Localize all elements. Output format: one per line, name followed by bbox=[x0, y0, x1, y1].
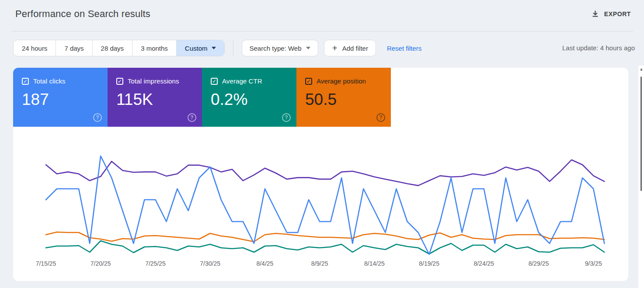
x-axis-label: 9/3/25 bbox=[585, 260, 602, 267]
metric-value: 0.2% bbox=[202, 90, 296, 109]
filter-bar: 24 hours 7 days 28 days 3 months Custom … bbox=[13, 40, 421, 56]
range-label: Custom bbox=[185, 45, 208, 52]
range-label: 3 months bbox=[141, 45, 168, 52]
plus-icon: + bbox=[332, 43, 337, 52]
range-custom[interactable]: Custom bbox=[176, 40, 224, 56]
filter-divider bbox=[233, 40, 233, 56]
metric-label: Total impressions bbox=[128, 77, 179, 85]
search-type-dropdown[interactable]: Search type: Web bbox=[242, 40, 319, 56]
range-label: 7 days bbox=[64, 45, 84, 52]
export-label: EXPORT bbox=[604, 10, 631, 17]
x-axis-label: 8/4/25 bbox=[256, 260, 273, 267]
reset-filters-link[interactable]: Reset filters bbox=[387, 45, 421, 52]
help-icon[interactable]: ? bbox=[188, 113, 196, 122]
range-3-months[interactable]: 3 months bbox=[132, 40, 176, 56]
x-axis-label: 8/9/25 bbox=[311, 260, 328, 267]
x-axis-label: 8/24/25 bbox=[473, 260, 494, 267]
help-icon[interactable]: ? bbox=[376, 113, 385, 122]
metric-label: Average CTR bbox=[222, 77, 262, 85]
metric-value: 50.5 bbox=[296, 90, 391, 109]
chevron-down-icon bbox=[306, 47, 310, 49]
series-line-clicks bbox=[46, 156, 604, 254]
metric-card-average-position[interactable]: ✓ Average position 50.5 ? bbox=[296, 68, 391, 127]
metric-value: 115K bbox=[108, 90, 202, 109]
download-icon bbox=[591, 10, 599, 18]
metric-head: ✓ Total clicks bbox=[13, 68, 108, 85]
checkbox-checked-icon[interactable]: ✓ bbox=[116, 78, 123, 85]
range-label: 24 hours bbox=[22, 45, 47, 52]
range-label: 28 days bbox=[101, 45, 124, 52]
metric-head: ✓ Total impressions bbox=[108, 68, 202, 85]
scrollbar-thumb[interactable] bbox=[641, 76, 642, 191]
header-divider bbox=[12, 31, 633, 31]
series-line-ctr bbox=[46, 241, 604, 254]
series-line-impressions bbox=[46, 160, 604, 186]
performance-line-chart[interactable]: 7/15/257/20/257/25/257/30/258/4/258/9/25… bbox=[13, 127, 628, 281]
x-axis-label: 7/30/25 bbox=[200, 260, 220, 267]
metric-card-average-ctr[interactable]: ✓ Average CTR 0.2% ? bbox=[202, 68, 296, 127]
metric-label: Total clicks bbox=[33, 77, 66, 85]
range-28-days[interactable]: 28 days bbox=[92, 40, 132, 56]
help-icon[interactable]: ? bbox=[93, 113, 102, 122]
add-filter-button[interactable]: + Add filter bbox=[324, 40, 376, 56]
x-axis-label: 8/19/25 bbox=[419, 260, 439, 267]
range-7-days[interactable]: 7 days bbox=[56, 40, 92, 56]
date-range-group: 24 hours 7 days 28 days 3 months Custom bbox=[13, 40, 225, 56]
x-axis-label: 7/15/25 bbox=[36, 260, 56, 267]
chevron-down-icon bbox=[212, 47, 216, 49]
add-filter-label: Add filter bbox=[342, 45, 368, 52]
checkbox-checked-icon[interactable]: ✓ bbox=[22, 78, 29, 85]
checkbox-checked-icon[interactable]: ✓ bbox=[211, 78, 218, 85]
x-axis-label: 8/29/25 bbox=[529, 260, 549, 267]
scrollbar-arrow[interactable] bbox=[641, 69, 642, 71]
metric-card-total-impressions[interactable]: ✓ Total impressions 115K ? bbox=[108, 68, 202, 127]
last-update-text: Last update: 4 hours ago bbox=[562, 44, 635, 52]
export-button[interactable]: EXPORT bbox=[587, 7, 635, 21]
x-axis-label: 7/25/25 bbox=[145, 260, 166, 267]
page-title: Performance on Search results bbox=[15, 8, 150, 20]
metric-label: Average position bbox=[317, 77, 366, 85]
performance-panel: ✓ Total clicks 187 ? ✓ Total impressions… bbox=[13, 68, 628, 281]
metric-card-total-clicks[interactable]: ✓ Total clicks 187 ? bbox=[13, 68, 108, 127]
checkbox-checked-icon[interactable]: ✓ bbox=[305, 78, 312, 85]
x-axis-label: 8/14/25 bbox=[364, 260, 385, 267]
metric-head: ✓ Average CTR bbox=[202, 68, 296, 85]
range-24-hours[interactable]: 24 hours bbox=[14, 40, 56, 56]
metric-cards: ✓ Total clicks 187 ? ✓ Total impressions… bbox=[13, 68, 628, 127]
search-type-label: Search type: Web bbox=[250, 45, 302, 52]
x-axis-label: 7/20/25 bbox=[91, 260, 111, 267]
metric-value: 187 bbox=[13, 90, 108, 109]
help-icon[interactable]: ? bbox=[282, 113, 291, 122]
metric-head: ✓ Average position bbox=[296, 68, 391, 85]
scrollbar-track[interactable] bbox=[638, 66, 644, 288]
